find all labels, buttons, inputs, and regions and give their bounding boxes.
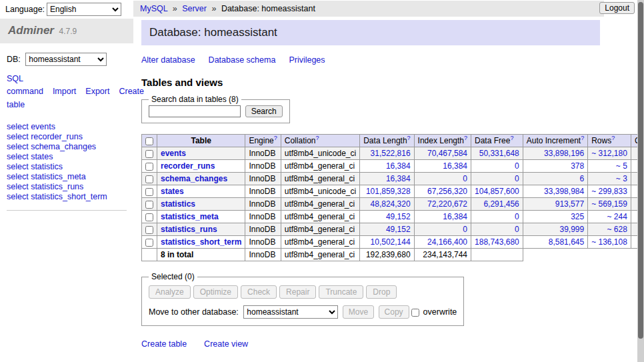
row-checkbox-statistics_short_term[interactable] (145, 239, 153, 247)
data-length-value[interactable]: 49,152 (386, 225, 411, 234)
rows-value[interactable]: ~ 569,159 (591, 199, 627, 209)
data-length-value[interactable]: 49,152 (386, 212, 411, 221)
data-free-value[interactable]: 104,857,600 (475, 187, 519, 196)
sidebar-select-statistics-meta[interactable]: select statistics_meta (7, 172, 86, 181)
move-button[interactable]: Move (343, 305, 374, 319)
db-select[interactable]: homeassistant (25, 53, 107, 66)
data-free-value[interactable]: 0 (515, 212, 519, 221)
data-free-value[interactable]: 188,743,680 (475, 237, 519, 247)
db-nav-privileges[interactable]: Privileges (289, 55, 325, 65)
row-checkbox-statistics_runs[interactable] (145, 226, 153, 234)
rows-value[interactable]: ~ 5 (616, 161, 627, 171)
create-link-create-view[interactable]: Create view (204, 339, 248, 349)
help-link-collation[interactable]: ? (315, 135, 319, 141)
sidebar-select-states[interactable]: select states (7, 152, 53, 161)
row-checkbox-statistics[interactable] (145, 201, 153, 209)
auto-increment-value[interactable]: 378 (571, 161, 584, 171)
create-link-create-table[interactable]: Create table (141, 339, 187, 349)
auto-increment-value[interactable]: 913,577 (555, 199, 584, 209)
data-free-value[interactable]: 0 (515, 225, 519, 234)
data-length-value[interactable]: 10,502,144 (371, 237, 411, 247)
truncate-button[interactable]: Truncate (319, 285, 363, 299)
language-select[interactable]: English (47, 3, 121, 16)
auto-increment-value[interactable]: 39,999 (559, 225, 584, 234)
row-checkbox-states[interactable] (145, 188, 153, 196)
data-free-value[interactable]: 50,331,648 (479, 149, 519, 158)
search-button[interactable]: Search (245, 105, 283, 117)
row-checkbox-schema_changes[interactable] (145, 175, 153, 183)
index-length-value[interactable]: 70,467,584 (427, 149, 467, 158)
scrollbar[interactable] (637, 0, 644, 362)
index-length-value[interactable]: 72,220,672 (427, 199, 467, 209)
rows-value[interactable]: ~ 244 (607, 212, 627, 221)
sidebar-select-statistics[interactable]: select statistics (7, 162, 63, 171)
table-link-statistics_runs[interactable]: statistics_runs (161, 225, 217, 234)
table-link-statistics_short_term[interactable]: statistics_short_term (161, 237, 241, 247)
app-name[interactable]: Adminer (8, 24, 54, 37)
overwrite-checkbox[interactable] (411, 309, 419, 317)
help-link-data-free[interactable]: ? (510, 135, 513, 141)
repair-button[interactable]: Repair (279, 285, 316, 299)
index-length-value[interactable]: 0 (463, 174, 467, 183)
data-free-value[interactable]: 6,291,456 (483, 199, 519, 209)
auto-increment-value[interactable]: 325 (571, 212, 584, 221)
breadcrumb-link-server[interactable]: Server (182, 4, 207, 13)
index-length-value[interactable]: 0 (463, 225, 467, 234)
db-nav-database-schema[interactable]: Database schema (209, 55, 276, 65)
rows-value[interactable]: ~ 299,833 (591, 187, 627, 196)
index-length-value[interactable]: 67,256,320 (427, 187, 467, 196)
logout-button[interactable]: Logout (599, 2, 635, 14)
help-link-data-length[interactable]: ? (407, 135, 411, 141)
sidebar-select-statistics-short-term[interactable]: select statistics_short_term (7, 192, 107, 201)
table-link-statistics[interactable]: statistics (161, 199, 195, 209)
data-free-value[interactable]: 0 (515, 161, 519, 171)
data-free-value[interactable]: 0 (515, 174, 519, 183)
sidebar-action-import[interactable]: Import (53, 87, 76, 96)
rows-value[interactable]: ~ 628 (607, 225, 627, 234)
sidebar-select-schema-changes[interactable]: select schema_changes (7, 142, 96, 151)
data-length-value[interactable]: 31,522,816 (371, 149, 411, 158)
analyze-button[interactable]: Analyze (149, 285, 191, 299)
data-length-value[interactable]: 16,384 (386, 174, 411, 183)
row-checkbox-events[interactable] (145, 150, 153, 158)
sidebar-action-export[interactable]: Export (85, 87, 109, 96)
sidebar-select-recorder-runs[interactable]: select recorder_runs (7, 132, 83, 141)
move-db-select[interactable]: homeassistant (243, 305, 338, 319)
index-length-value[interactable]: 16,384 (443, 161, 467, 171)
search-input[interactable] (149, 105, 241, 117)
help-link-auto-increment[interactable]: ? (581, 135, 584, 141)
auto-increment-value[interactable]: 8,581,645 (549, 237, 584, 247)
check-button[interactable]: Check (241, 285, 277, 299)
auto-increment-value[interactable]: 33,398,984 (544, 187, 584, 196)
sidebar-action-sql-command[interactable]: SQL command (7, 74, 43, 96)
row-checkbox-recorder_runs[interactable] (145, 163, 153, 171)
sidebar-select-events[interactable]: select events (7, 122, 55, 131)
index-length-value[interactable]: 16,384 (443, 212, 467, 221)
rows-value[interactable]: ~ 136,108 (591, 237, 627, 247)
breadcrumb-link-mysql[interactable]: MySQL (140, 4, 167, 13)
data-length-value[interactable]: 48,824,320 (371, 199, 411, 209)
table-link-schema_changes[interactable]: schema_changes (161, 174, 227, 183)
select-all-checkbox[interactable] (145, 137, 153, 145)
index-length-value[interactable]: 24,166,400 (427, 237, 467, 247)
optimize-button[interactable]: Optimize (193, 285, 238, 299)
drop-button[interactable]: Drop (366, 285, 397, 299)
db-nav-alter-database[interactable]: Alter database (141, 55, 195, 65)
table-link-recorder_runs[interactable]: recorder_runs (161, 161, 215, 171)
table-link-statistics_meta[interactable]: statistics_meta (161, 212, 219, 221)
row-checkbox-statistics_meta[interactable] (145, 213, 153, 221)
copy-button[interactable]: Copy (379, 305, 409, 319)
scrollbar-thumb[interactable] (638, 2, 643, 339)
data-length-value[interactable]: 101,859,328 (366, 187, 411, 196)
table-link-events[interactable]: events (161, 149, 186, 158)
data-length-value[interactable]: 16,384 (386, 161, 411, 171)
rows-value[interactable]: ~ 312,180 (591, 149, 627, 158)
table-link-states[interactable]: states (161, 187, 184, 196)
help-link-index-length[interactable]: ? (464, 135, 467, 141)
help-link-engine[interactable]: ? (274, 135, 277, 141)
auto-increment-value[interactable]: 33,898,196 (544, 149, 584, 158)
rows-value[interactable]: ~ 3 (616, 174, 627, 183)
help-link-rows[interactable]: ? (611, 135, 615, 141)
auto-increment-value[interactable]: 6 (579, 174, 584, 183)
sidebar-select-statistics-runs[interactable]: select statistics_runs (7, 182, 83, 191)
